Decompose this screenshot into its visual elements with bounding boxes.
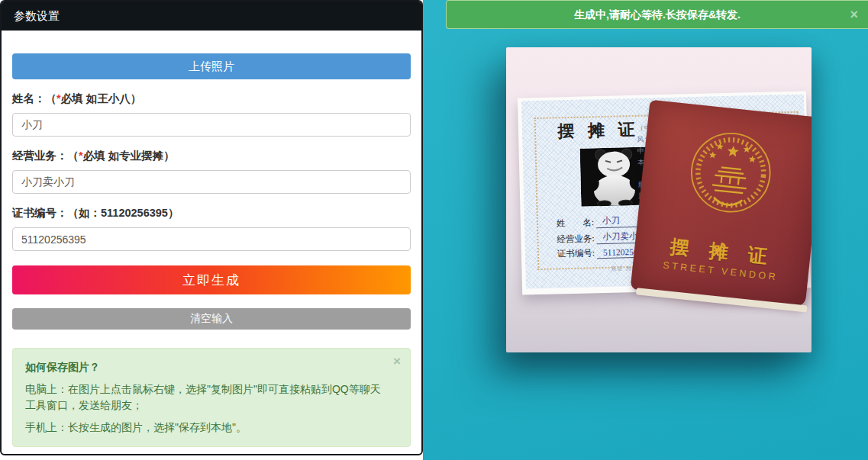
status-banner-text: 生成中,请耐心等待.长按保存&转发. bbox=[574, 8, 741, 21]
red-vendor-booklet: 摆 摊 证 STREET VENDOR bbox=[631, 100, 812, 308]
save-help-alert: × 如何保存图片？ 电脑上：在图片上点击鼠标右键，选择"复制图片"即可直接粘贴到… bbox=[12, 348, 411, 447]
panel-title: 参数设置 bbox=[14, 9, 60, 22]
panel-header: 参数设置 bbox=[2, 2, 421, 31]
certificate-business-label: 经营业务: bbox=[557, 233, 596, 245]
app-root: 参数设置 上传照片 姓名：（*必填 如王小八） 经营业务：（*必填 如专业摆摊）… bbox=[0, 0, 868, 460]
name-input[interactable] bbox=[12, 113, 411, 137]
business-label-hint: 必填 如专业摆摊） bbox=[83, 150, 175, 162]
cert-number-example: 51120256395 bbox=[101, 207, 168, 219]
national-emblem-icon bbox=[684, 126, 778, 220]
cert-number-label: 证书编号：（如：51120256395） bbox=[12, 206, 411, 220]
certificate-number-label: 证书编号: bbox=[557, 247, 597, 259]
preview-panel: 生成中,请耐心等待.长按保存&转发. × 摆 摊 证 bbox=[423, 0, 868, 460]
name-label-hint: 必填 如王小八） bbox=[61, 92, 142, 105]
cert-number-label-close: ） bbox=[168, 207, 179, 219]
cert-number-label-text: 证书编号：（如： bbox=[12, 207, 101, 219]
settings-panel: 参数设置 上传照片 姓名：（*必填 如王小八） 经营业务：（*必填 如专业摆摊）… bbox=[0, 0, 423, 455]
generate-button[interactable]: 立即生成 bbox=[12, 265, 411, 294]
status-banner: 生成中,请耐心等待.长按保存&转发. × bbox=[446, 0, 868, 29]
settings-form: 上传照片 姓名：（*必填 如王小八） 经营业务：（*必填 如专业摆摊） 证书编号… bbox=[2, 31, 421, 447]
help-line-mobile: 手机上：长按生成的图片，选择"保存到本地"。 bbox=[25, 420, 387, 436]
business-label: 经营业务：（*必填 如专业摆摊） bbox=[12, 149, 411, 163]
name-label-text: 姓名：（ bbox=[12, 92, 56, 105]
clear-input-button[interactable]: 清空输入 bbox=[12, 308, 411, 330]
generated-certificate-image[interactable]: 摆 摊 证 bbox=[506, 47, 812, 352]
name-label: 姓名：（*必填 如王小八） bbox=[12, 92, 411, 106]
certificate-name-label: 姓 名: bbox=[557, 217, 596, 229]
close-icon[interactable]: × bbox=[393, 355, 401, 368]
help-title: 如何保存图片？ bbox=[25, 359, 387, 376]
certificate-heading: 摆 摊 证 bbox=[550, 118, 648, 143]
close-icon[interactable]: × bbox=[850, 1, 858, 28]
upload-photo-button[interactable]: 上传照片 bbox=[12, 53, 411, 79]
help-line-pc: 电脑上：在图片上点击鼠标右键，选择"复制图片"即可直接粘贴到QQ等聊天工具窗口，… bbox=[25, 381, 387, 414]
cert-number-input[interactable] bbox=[12, 227, 411, 251]
business-input[interactable] bbox=[12, 170, 411, 194]
business-label-text: 经营业务：（ bbox=[12, 150, 79, 162]
